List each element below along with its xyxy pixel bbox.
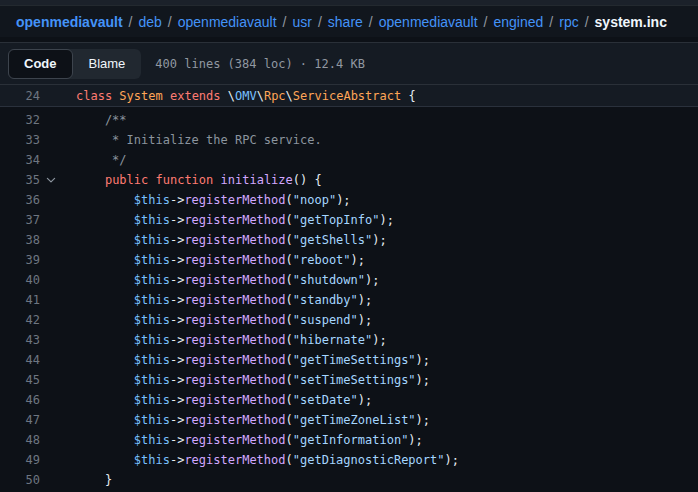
- line-number[interactable]: 42: [0, 310, 40, 330]
- sticky-context-line: 24class System extends \OMV\Rpc\ServiceA…: [0, 85, 698, 107]
- line-number[interactable]: 35: [0, 170, 40, 190]
- breadcrumb-link[interactable]: rpc: [559, 14, 578, 30]
- file-toolbar: Code Blame 400 lines (384 loc) · 12.4 KB: [0, 42, 698, 85]
- code-line-content: $this->registerMethod("getDiagnosticRepo…: [76, 450, 459, 470]
- line-number[interactable]: 45: [0, 370, 40, 390]
- breadcrumb-link[interactable]: share: [328, 14, 363, 30]
- line-number[interactable]: 37: [0, 210, 40, 230]
- line-number[interactable]: 47: [0, 410, 40, 430]
- code-line-content: $this->registerMethod("reboot");: [76, 250, 365, 270]
- code-view: 24class System extends \OMV\Rpc\ServiceA…: [0, 85, 698, 492]
- code-line: 43 $this->registerMethod("hibernate");: [0, 330, 698, 350]
- breadcrumb-separator: /: [283, 14, 287, 30]
- code-line-content: $this->registerMethod("hibernate");: [76, 330, 387, 350]
- code-line: 40 $this->registerMethod("shutdown");: [0, 270, 698, 290]
- code-line: 46 $this->registerMethod("setDate");: [0, 390, 698, 410]
- line-number[interactable]: 49: [0, 450, 40, 470]
- breadcrumb: openmediavault /deb/openmediavault/usr/s…: [0, 6, 698, 37]
- code-line: 47 $this->registerMethod("getTimeZoneLis…: [0, 410, 698, 430]
- line-number[interactable]: 41: [0, 290, 40, 310]
- breadcrumb-separator: /: [318, 14, 322, 30]
- code-line-content: $this->registerMethod("getTimeZoneList")…: [76, 410, 430, 430]
- code-line: 44 $this->registerMethod("getTimeSetting…: [0, 350, 698, 370]
- breadcrumb-separator: /: [484, 14, 488, 30]
- breadcrumb-separator: /: [168, 14, 172, 30]
- code-line-content: class System extends \OMV\Rpc\ServiceAbs…: [76, 86, 416, 106]
- line-number[interactable]: 48: [0, 430, 40, 450]
- code-line-content: $this->registerMethod("getInformation");: [76, 430, 423, 450]
- code-line-content: $this->registerMethod("getTimeSettings")…: [76, 350, 430, 370]
- line-number[interactable]: 24: [0, 86, 40, 106]
- code-line-content: * Initialize the RPC service.: [76, 130, 322, 150]
- code-line-content: $this->registerMethod("standby");: [76, 290, 372, 310]
- breadcrumb-separator: /: [129, 14, 133, 30]
- line-number[interactable]: 40: [0, 270, 40, 290]
- breadcrumb-separator: /: [585, 14, 589, 30]
- breadcrumb-repo-link[interactable]: openmediavault: [16, 14, 123, 30]
- line-number[interactable]: 32: [0, 110, 40, 130]
- code-line: 39 $this->registerMethod("reboot");: [0, 250, 698, 270]
- breadcrumb-link[interactable]: usr: [292, 14, 311, 30]
- fold-chevron-down-icon[interactable]: [40, 174, 62, 186]
- breadcrumb-link[interactable]: openmediavault: [379, 14, 478, 30]
- code-line: 41 $this->registerMethod("standby");: [0, 290, 698, 310]
- line-number[interactable]: 44: [0, 350, 40, 370]
- code-line: 42 $this->registerMethod("suspend");: [0, 310, 698, 330]
- line-number[interactable]: 43: [0, 330, 40, 350]
- code-line-content: $this->registerMethod("setDate");: [76, 390, 372, 410]
- tab-code[interactable]: Code: [8, 49, 73, 79]
- line-number[interactable]: 36: [0, 190, 40, 210]
- line-number[interactable]: 33: [0, 130, 40, 150]
- code-line-content: public function initialize() {: [76, 170, 322, 190]
- sticky-code-line: 24class System extends \OMV\Rpc\ServiceA…: [0, 85, 698, 107]
- code-line: 50 }: [0, 470, 698, 490]
- line-number[interactable]: 39: [0, 250, 40, 270]
- file-meta-info: 400 lines (384 loc) · 12.4 KB: [155, 57, 365, 71]
- code-line-content: $this->registerMethod("getTopInfo");: [76, 210, 394, 230]
- line-number[interactable]: 46: [0, 390, 40, 410]
- code-blame-switcher: Code Blame: [8, 49, 141, 79]
- breadcrumb-link[interactable]: deb: [138, 14, 161, 30]
- code-line: 35 public function initialize() {: [0, 170, 698, 190]
- line-number[interactable]: 50: [0, 470, 40, 490]
- line-number[interactable]: 34: [0, 150, 40, 170]
- code-line-content: $this->registerMethod("getShells");: [76, 230, 387, 250]
- code-line-content: $this->registerMethod("shutdown");: [76, 270, 379, 290]
- breadcrumb-link[interactable]: openmediavault: [178, 14, 277, 30]
- code-line: 33 * Initialize the RPC service.: [0, 130, 698, 150]
- code-line: 36 $this->registerMethod("noop");: [0, 190, 698, 210]
- code-line: 37 $this->registerMethod("getTopInfo");: [0, 210, 698, 230]
- code-line-content: $this->registerMethod("setTimeSettings")…: [76, 370, 430, 390]
- code-line: 32 /**: [0, 110, 698, 130]
- code-body: 32 /**33 * Initialize the RPC service.34…: [0, 107, 698, 492]
- line-number[interactable]: 38: [0, 230, 40, 250]
- breadcrumb-link[interactable]: engined: [494, 14, 544, 30]
- code-line: 34 */: [0, 150, 698, 170]
- code-line: 45 $this->registerMethod("setTimeSetting…: [0, 370, 698, 390]
- code-line: 48 $this->registerMethod("getInformation…: [0, 430, 698, 450]
- code-line-content: /**: [76, 110, 127, 130]
- code-line-content: $this->registerMethod("suspend");: [76, 310, 372, 330]
- code-line: 38 $this->registerMethod("getShells");: [0, 230, 698, 250]
- breadcrumb-separator: /: [549, 14, 553, 30]
- code-line-content: */: [76, 150, 127, 170]
- code-line-content: $this->registerMethod("noop");: [76, 190, 351, 210]
- breadcrumb-separator: /: [369, 14, 373, 30]
- breadcrumb-current-file: system.inc: [595, 14, 667, 30]
- code-line-content: }: [76, 470, 112, 490]
- tab-blame[interactable]: Blame: [73, 49, 142, 79]
- code-line: 49 $this->registerMethod("getDiagnosticR…: [0, 450, 698, 470]
